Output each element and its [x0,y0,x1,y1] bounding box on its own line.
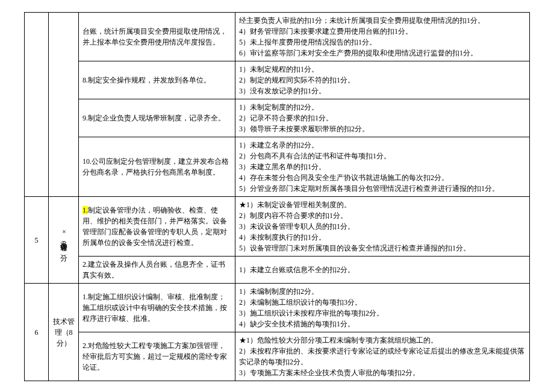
scoring-text: 1）未建立台账或信息不全的扣2分。 [239,266,355,274]
table-row: 台账，统计所属项目安全费用提取使用情况，并上报本单位安全费用使用情况年度报告。 … [25,13,530,61]
scoring-text: 1）未建立名录的扣2分。 2）分包商不具有合法的证书和证件每项扣1分。 3）未建… [239,141,499,193]
assessment-table: 台账，统计所属项目安全费用提取使用情况，并上报本单位安全费用使用情况年度报告。 … [24,12,530,381]
criteria-text: 1.制定施工组织设计编制、审核、批准制度；施工组织或设计中有明确的安全技术措施，… [82,293,227,323]
scoring-text: ★1）危险性较大分部分项工程未编制专项方案就组织施工的。 2）未按程序审批的、未… [239,336,524,377]
criteria-cell: 10.公司应制定分包管理制度，建立并发布合格分包商名录，严格执行分包商黑名单制度… [79,137,235,197]
category-label: 技术管理（8分） [53,317,75,347]
criteria-cell: 1.制定设备管理办法，明确验收、检查、使用、维护的相关责任部门，并严格落实。设备… [79,197,235,257]
criteria-text: 制定设备管理办法，明确验收、检查、使用、维护的相关责任部门，并严格落实。设备管理… [82,206,227,247]
scoring-text: 1）未制定规程的扣1分。 2）制定的规程同实际不符的扣1分。 3）没有发放记录的… [239,65,355,95]
table-row: 5 ×设备管理（6分） 1.制定设备管理办法，明确验收、检查、使用、维护的相关责… [25,197,530,257]
criteria-text: 台账，统计所属项目安全费用提取使用情况，并上报本单位安全费用使用情况年度报告。 [82,27,227,46]
criteria-text: 2.对危险性较大工程专项施工方案加强管理，经审批后方可实施，超过一定规模的需经专… [82,341,227,372]
scoring-text: 1）未制定制度的扣2分。 2）记录不符合要求的扣1分。 3）领导班子未按要求履职… [239,103,369,133]
criteria-cell: 台账，统计所属项目安全费用提取使用情况，并上报本单位安全费用使用情况年度报告。 [79,13,235,61]
scoring-text: ★1）未制定设备管理相关制度的。 2）制度内容不符合要求的扣1分。 3）未设设备… [239,201,470,252]
scoring-cell: 1）未建立名录的扣2分。 2）分包商不具有合法的证书和证件每项扣1分。 3）未建… [235,137,530,197]
criteria-text: 9.制定企业负责人现场带班制度，记录齐全。 [82,114,225,122]
scoring-cell: 1）未制定规程的扣1分。 2）制定的规程同实际不符的扣1分。 3）没有发放记录的… [235,61,530,99]
table-row: 8.制定安全操作规程，并发放到各单位。 1）未制定规程的扣1分。 2）制定的规程… [25,61,530,99]
table-row: 6 技术管理（8分） 1.制定施工组织设计编制、审核、批准制度；施工组织或设计中… [25,284,530,332]
table-row: 9.制定企业负责人现场带班制度，记录齐全。 1）未制定制度的扣2分。 2）记录不… [25,99,530,137]
scoring-cell: 1）未建立台账或信息不全的扣2分。 [235,257,530,284]
scoring-cell: 1）未制定制度的扣2分。 2）记录不符合要求的扣1分。 3）领导班子未按要求履职… [235,99,530,137]
scoring-cell: 经主要负责人审批的扣1分；未统计所属项目安全费用提取使用情况的扣1分。 4）财务… [235,13,530,61]
table-row: 10.公司应制定分包管理制度，建立并发布合格分包商名录，严格执行分包商黑名单制度… [25,137,530,197]
category-label: ×设备管理（6分） [59,228,69,250]
row-number-cell: 6 [25,284,49,381]
row-number-cell: 5 [25,197,49,284]
table-row: 2.对危险性较大工程专项施工方案加强管理，经审批后方可实施，超过一定规模的需经专… [25,332,530,381]
row-number: 6 [35,328,39,337]
category-cell: ×设备管理（6分） [49,197,79,284]
highlight-prefix: 1. [82,206,88,214]
criteria-cell: 9.制定企业负责人现场带班制度，记录齐全。 [79,99,235,137]
row-number: 5 [35,236,39,244]
scoring-cell: ★1）危险性较大分部分项工程未编制专项方案就组织施工的。 2）未按程序审批的、未… [235,332,530,381]
criteria-cell: 2.建立设备及操作人员台账，信息齐全，证书真实有效。 [79,257,235,284]
scoring-text: 1）未编制制度的扣2分。 2）未编制施工组织设计的每项扣3分。 3）施工组织设计… [239,287,384,328]
category-cell [49,13,79,197]
criteria-text: 8.制定安全操作规程，并发放到各单位。 [82,76,211,84]
criteria-cell: 2.对危险性较大工程专项施工方案加强管理，经审批后方可实施，超过一定规模的需经专… [79,332,235,381]
scoring-cell: 1）未编制制度的扣2分。 2）未编制施工组织设计的每项扣3分。 3）施工组织设计… [235,284,530,332]
row-number-cell [25,13,49,197]
scoring-text: 经主要负责人审批的扣1分；未统计所属项目安全费用提取使用情况的扣1分。 4）财务… [239,16,485,57]
criteria-text: 10.公司应制定分包管理制度，建立并发布合格分包商名录，严格执行分包商黑名单制度… [82,157,229,176]
table-row: 2.建立设备及操作人员台账，信息齐全，证书真实有效。 1）未建立台账或信息不全的… [25,257,530,284]
criteria-cell: 8.制定安全操作规程，并发放到各单位。 [79,61,235,99]
scoring-cell: ★1）未制定设备管理相关制度的。 2）制度内容不符合要求的扣1分。 3）未设设备… [235,197,530,257]
criteria-text: 2.建立设备及操作人员台账，信息齐全，证书真实有效。 [82,260,225,279]
category-cell: 技术管理（8分） [49,284,79,381]
criteria-cell: 1.制定施工组织设计编制、审核、批准制度；施工组织或设计中有明确的安全技术措施，… [79,284,235,332]
